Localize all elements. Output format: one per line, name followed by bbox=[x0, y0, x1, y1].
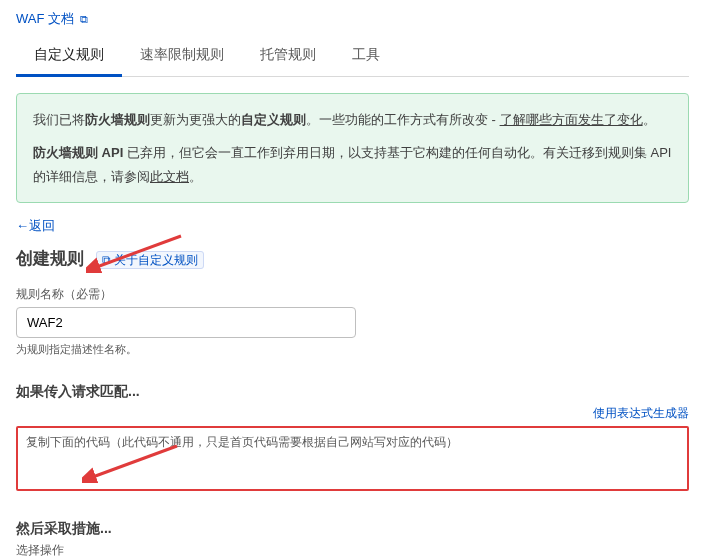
alert-changes-link[interactable]: 了解哪些方面发生了变化 bbox=[500, 112, 643, 127]
external-link-icon: ⧉ bbox=[80, 13, 88, 26]
incoming-title: 如果传入请求匹配... bbox=[16, 383, 689, 401]
info-alert: 我们已将防火墙规则更新为更强大的自定义规则。一些功能的工作方式有所改变 - 了解… bbox=[16, 93, 689, 203]
rule-name-label: 规则名称（必需） bbox=[16, 286, 689, 303]
tabs: 自定义规则 速率限制规则 托管规则 工具 bbox=[16, 36, 689, 77]
tab-tools[interactable]: 工具 bbox=[334, 36, 398, 76]
alert-docs-link[interactable]: 此文档 bbox=[150, 169, 189, 184]
rule-name-help: 为规则指定描述性名称。 bbox=[16, 342, 689, 357]
link-text: WAF 文档 bbox=[16, 11, 74, 26]
back-link[interactable]: ←返回 bbox=[16, 218, 55, 233]
about-custom-rules-link[interactable]: ⧉ 关于自定义规则 bbox=[96, 251, 204, 269]
action-label: 选择操作 bbox=[16, 542, 689, 557]
expression-builder-link[interactable]: 使用表达式生成器 bbox=[593, 406, 689, 420]
tab-managed-rules[interactable]: 托管规则 bbox=[242, 36, 334, 76]
page-title: 创建规则 bbox=[16, 247, 84, 270]
expression-textarea[interactable] bbox=[16, 426, 689, 491]
action-title: 然后采取措施... bbox=[16, 520, 689, 538]
tab-custom-rules[interactable]: 自定义规则 bbox=[16, 36, 122, 77]
waf-docs-link[interactable]: WAF 文档 ⧉ bbox=[16, 11, 88, 26]
rule-name-input[interactable] bbox=[16, 307, 356, 338]
tab-rate-limit[interactable]: 速率限制规则 bbox=[122, 36, 242, 76]
